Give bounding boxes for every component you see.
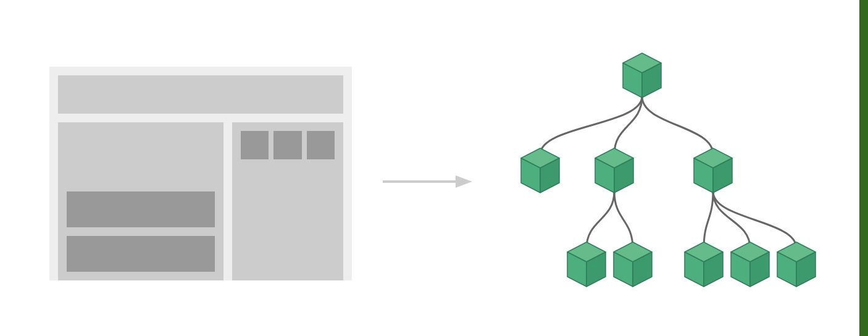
page-side-block [307, 131, 335, 159]
accent-bar [859, 0, 868, 336]
tree-node-cube [565, 241, 608, 289]
component-tree [488, 43, 833, 309]
page-side-block [241, 131, 269, 159]
svg-marker-1 [456, 175, 472, 188]
tree-node-cube [611, 241, 654, 289]
tree-node-cube [620, 52, 664, 100]
page-body [58, 122, 343, 280]
tree-node-cube [728, 241, 772, 289]
page-header-block [58, 75, 343, 114]
page-main-block [67, 191, 215, 227]
page-side-row [241, 131, 335, 159]
tree-node-cube [682, 241, 725, 289]
tree-node-cube [691, 147, 735, 195]
page-side-block [273, 131, 301, 159]
tree-node-cube [593, 147, 636, 195]
page-side-column [232, 122, 343, 280]
page-mockup [49, 67, 352, 280]
page-main-column [58, 122, 223, 280]
tree-node-cube [519, 147, 562, 195]
tree-node-cube [775, 241, 818, 289]
page-main-block [67, 236, 215, 272]
arrow-icon [383, 172, 475, 191]
